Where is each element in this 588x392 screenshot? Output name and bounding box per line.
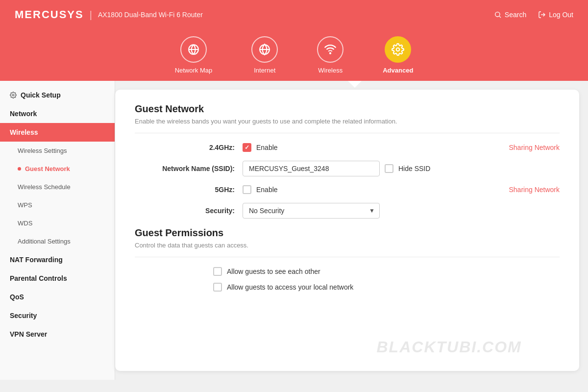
sidebar-item-nat-forwarding[interactable]: NAT Forwarding	[0, 250, 115, 269]
band-5ghz-row: 5GHz: Enable Sharing Network	[135, 185, 560, 194]
nav-icon-advanced	[385, 36, 411, 63]
sidebar-item-additional-settings[interactable]: Additional Settings	[0, 232, 115, 250]
sidebar-item-network[interactable]: Network	[0, 104, 115, 123]
nav-label-wireless: Wireless	[318, 67, 343, 74]
header: MERCUSYS | AX1800 Dual-Band Wi-Fi 6 Rout…	[0, 0, 588, 29]
guest-network-desc: Enable the wireless bands you want your …	[135, 118, 560, 133]
nav-icon-network-map	[180, 36, 207, 63]
sidebar-label-wds: WDS	[18, 220, 32, 227]
sidebar-label-qos: QoS	[10, 293, 24, 301]
svg-line-1	[499, 16, 501, 18]
sidebar-label-quick-setup: Quick Setup	[21, 91, 61, 99]
content-area: Guest Network Enable the wireless bands …	[115, 90, 579, 371]
ssid-label: Network Name (SSID):	[135, 165, 243, 172]
sidebar-item-wps[interactable]: WPS	[0, 196, 115, 214]
sidebar-item-quick-setup[interactable]: Quick Setup	[0, 86, 115, 104]
svg-point-6	[330, 53, 331, 54]
sidebar-item-parental-controls[interactable]: Parental Controls	[0, 269, 115, 288]
subtitle: AX1800 Dual-Band Wi-Fi 6 Router	[98, 11, 203, 19]
security-label: Security:	[135, 207, 243, 215]
band-24ghz-controls: Enable Sharing Network	[243, 143, 560, 152]
sidebar-label-wireless: Wireless	[10, 128, 38, 136]
sidebar-item-security[interactable]: Security	[0, 306, 115, 325]
svg-point-7	[396, 48, 400, 51]
nav-label-network-map: Network Map	[175, 67, 213, 74]
guest-network-section: Guest Network Enable the wireless bands …	[135, 103, 560, 219]
current-dot	[18, 167, 21, 171]
sidebar-label-network: Network	[10, 110, 37, 118]
sidebar-item-wds[interactable]: WDS	[0, 214, 115, 232]
nav-icon-internet	[251, 36, 278, 63]
sidebar-label-parental-controls: Parental Controls	[10, 274, 67, 282]
search-icon	[494, 11, 502, 19]
band-24ghz-label: 2.4GHz:	[135, 144, 243, 151]
permission-see-each-other-row: Allow guests to see each other	[135, 267, 560, 276]
ssid-controls: Hide SSID	[243, 161, 560, 176]
see-each-other-label: Allow guests to see each other	[227, 268, 320, 275]
logo: MERCUSYS	[15, 8, 84, 21]
nav-bar: Network Map Internet Wireless Advanced	[0, 29, 588, 81]
access-local-label: Allow guests to access your local networ…	[227, 283, 353, 291]
sidebar-label-wireless-settings: Wireless Settings	[18, 147, 67, 154]
sidebar-item-wireless-schedule[interactable]: Wireless Schedule	[0, 178, 115, 196]
nav-icon-wireless	[317, 36, 343, 63]
guest-permissions-section: Guest Permissions Control the data that …	[135, 227, 560, 292]
sidebar-item-vpn-server[interactable]: VPN Server	[0, 325, 115, 343]
enable-5ghz-label: Enable	[256, 186, 278, 194]
sidebar-item-qos[interactable]: QoS	[0, 288, 115, 306]
nav-item-internet[interactable]: Internet	[251, 36, 278, 81]
nav-arrow	[348, 81, 362, 88]
ssid-row: Network Name (SSID): Hide SSID	[135, 161, 560, 176]
svg-point-8	[12, 94, 14, 96]
gear-icon	[10, 92, 17, 98]
sidebar-item-wireless-settings[interactable]: Wireless Settings	[0, 142, 115, 160]
permission-access-local-row: Allow guests to access your local networ…	[135, 283, 560, 292]
sidebar-label-additional-settings: Additional Settings	[18, 238, 71, 245]
sidebar-label-wps: WPS	[18, 201, 32, 209]
main-layout: Quick Setup Network Wireless Wireless Se…	[0, 81, 588, 380]
logout-button[interactable]: Log Out	[538, 11, 573, 19]
guest-network-title: Guest Network	[135, 103, 560, 115]
enable-24ghz-label: Enable	[256, 144, 278, 151]
sharing-network-24ghz-link[interactable]: Sharing Network	[509, 144, 560, 151]
guest-permissions-title: Guest Permissions	[135, 227, 560, 239]
security-row: Security: No Security WPA2-Personal WPA/…	[135, 203, 560, 219]
logo-area: MERCUSYS | AX1800 Dual-Band Wi-Fi 6 Rout…	[15, 8, 203, 21]
header-actions: Search Log Out	[494, 11, 573, 19]
logout-label: Log Out	[549, 11, 573, 19]
nav-item-network-map[interactable]: Network Map	[175, 36, 213, 81]
see-each-other-checkbox[interactable]	[213, 267, 222, 276]
hide-ssid-checkbox[interactable]	[385, 164, 393, 173]
nav-item-wireless[interactable]: Wireless	[317, 36, 343, 81]
band-24ghz-row: 2.4GHz: Enable Sharing Network	[135, 143, 560, 152]
hide-ssid-label: Hide SSID	[398, 165, 430, 172]
logo-divider: |	[90, 9, 92, 21]
sidebar-label-nat-forwarding: NAT Forwarding	[10, 256, 63, 264]
sidebar-label-wireless-schedule: Wireless Schedule	[18, 183, 71, 191]
sidebar-label-guest-network: Guest Network	[25, 165, 70, 172]
enable-24ghz-checkbox[interactable]	[243, 143, 251, 152]
watermark: BLACKTUBI.COM	[377, 338, 522, 356]
sidebar-item-guest-network[interactable]: Guest Network	[0, 160, 115, 178]
band-5ghz-label: 5GHz:	[135, 186, 243, 194]
logout-icon	[538, 11, 546, 19]
search-label: Search	[505, 11, 526, 19]
sidebar-label-vpn-server: VPN Server	[10, 330, 47, 338]
ssid-input[interactable]	[243, 161, 380, 176]
nav-label-advanced: Advanced	[383, 67, 413, 74]
nav-item-advanced[interactable]: Advanced	[383, 36, 413, 81]
security-select-wrapper: No Security WPA2-Personal WPA/WPA2-Perso…	[243, 203, 380, 219]
access-local-checkbox[interactable]	[213, 283, 222, 292]
security-controls: No Security WPA2-Personal WPA/WPA2-Perso…	[243, 203, 560, 219]
nav-label-internet: Internet	[254, 67, 275, 74]
search-button[interactable]: Search	[494, 11, 526, 19]
guest-permissions-desc: Control the data that guests can access.	[135, 242, 560, 257]
band-5ghz-controls: Enable Sharing Network	[243, 185, 560, 194]
sidebar-label-security: Security	[10, 312, 37, 319]
enable-5ghz-checkbox[interactable]	[243, 185, 251, 194]
svg-point-0	[495, 12, 499, 17]
security-select[interactable]: No Security WPA2-Personal WPA/WPA2-Perso…	[243, 203, 380, 219]
sidebar: Quick Setup Network Wireless Wireless Se…	[0, 81, 115, 380]
sidebar-item-wireless[interactable]: Wireless	[0, 123, 115, 142]
sharing-network-5ghz-link[interactable]: Sharing Network	[509, 186, 560, 194]
